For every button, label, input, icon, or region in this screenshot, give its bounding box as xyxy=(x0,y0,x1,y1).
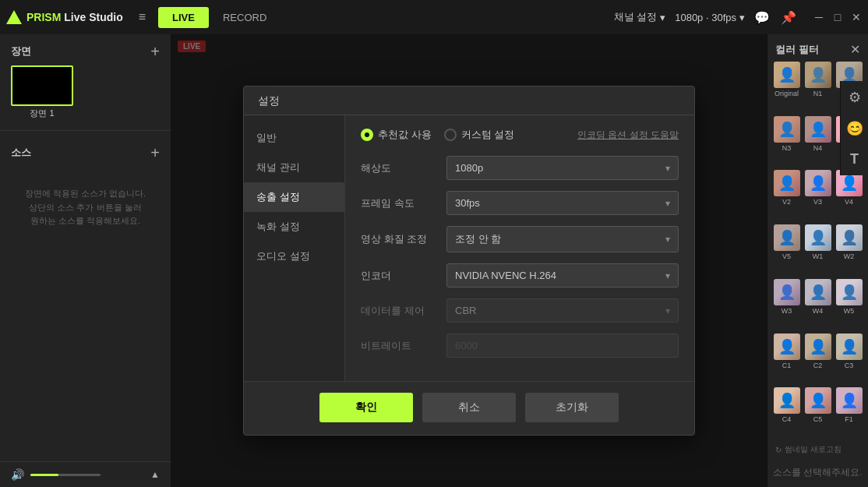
minimize-button[interactable]: ─ xyxy=(813,12,824,23)
filter-label-w5: W5 xyxy=(844,307,855,315)
tab-record[interactable]: RECORD xyxy=(209,7,281,28)
close-button[interactable]: ✕ xyxy=(851,12,862,23)
filter-item-w5[interactable]: 👤 W5 xyxy=(834,279,863,331)
reset-button[interactable]: 초기화 xyxy=(525,393,619,422)
app-logo: PRISM Live Studio xyxy=(6,10,123,24)
framerate-arrow: ▾ xyxy=(665,198,670,209)
confirm-button[interactable]: 확인 xyxy=(319,393,413,422)
volume-slider[interactable] xyxy=(30,474,101,476)
tab-live[interactable]: LIVE xyxy=(158,7,209,28)
filter-thumb-c5: 👤 xyxy=(805,387,831,414)
expand-icon[interactable]: ▲ xyxy=(150,469,160,480)
filter-item-n3[interactable]: 👤 N3 xyxy=(772,116,801,168)
filter-thumb-c4: 👤 xyxy=(774,387,800,414)
add-source-button[interactable]: + xyxy=(150,145,160,161)
resolution-select[interactable]: 1080p ▾ xyxy=(446,156,679,180)
framerate-row: 프레임 속도 30fps ▾ xyxy=(361,191,679,215)
resolution-label: 해상도 xyxy=(361,161,446,175)
filter-item-c1[interactable]: 👤 C1 xyxy=(772,333,801,386)
scene-item[interactable]: 장면 1 xyxy=(11,65,73,121)
titlebar-right: 채널 설정 ▾ 1080p · 30fps ▾ 💬 📌 ─ □ ✕ xyxy=(614,10,862,25)
refresh-icon: ↻ xyxy=(775,446,782,454)
bitrate-label: 비트레이트 xyxy=(361,339,446,353)
datarate-select: CBR ▾ xyxy=(446,298,679,323)
radio-custom[interactable]: 커스텀 설정 xyxy=(444,128,515,142)
filter-label-w3: W3 xyxy=(782,307,792,315)
menu-item-audio[interactable]: 오디오 설정 xyxy=(244,242,344,271)
source-empty-message: 장면에 적용된 소스가 없습니다.상단의 소스 추가 버튼을 눌러원하는 소스를… xyxy=(0,171,171,244)
filter-label-n1: N1 xyxy=(813,90,823,97)
framerate-select[interactable]: 30fps ▾ xyxy=(446,191,679,215)
filter-label-w4: W4 xyxy=(813,307,824,315)
filter-item-c4[interactable]: 👤 C4 xyxy=(772,387,801,439)
menu-item-output[interactable]: 송출 설정 xyxy=(244,182,344,212)
filter-thumb-v2: 👤 xyxy=(774,170,800,196)
filter-thumb-w1: 👤 xyxy=(805,224,831,251)
logo-icon xyxy=(6,10,22,24)
encoding-help-link[interactable]: 인코딩 옵션 설정 도움말 xyxy=(577,129,679,142)
settings-tool-icon[interactable]: ⚙ xyxy=(849,89,861,106)
filter-item-n1[interactable]: 👤 N1 xyxy=(803,62,832,114)
filter-thumb-n1: 👤 xyxy=(805,62,831,88)
thumbnail-refresh-label: 썸네일 새로고침 xyxy=(785,444,842,455)
datarate-label: 데이터를 제어 xyxy=(361,304,446,318)
main-layout: 장면 + 장면 1 소스 + 장면에 적용된 소스가 없습니다.상단의 소스 추… xyxy=(0,34,868,487)
filter-item-n4[interactable]: 👤 N4 xyxy=(803,116,832,168)
filter-label-c2: C2 xyxy=(813,362,823,369)
dialog-sidebar: 일반 채널 관리 송출 설정 녹화 설정 오디오 설정 xyxy=(244,115,345,381)
maximize-button[interactable]: □ xyxy=(832,12,843,23)
radio-recommended[interactable]: 추천값 사용 xyxy=(361,128,432,142)
filter-label-c3: C3 xyxy=(845,362,854,369)
menu-item-channel[interactable]: 채널 관리 xyxy=(244,153,344,182)
filter-item-v2[interactable]: 👤 V2 xyxy=(772,170,801,222)
source-header: 소스 + xyxy=(11,145,160,161)
bitrate-row: 비트레이트 xyxy=(361,333,679,358)
channel-setting-button[interactable]: 채널 설정 ▾ xyxy=(614,10,666,24)
filter-item-c2[interactable]: 👤 C2 xyxy=(803,333,832,386)
dialog-title: 설정 xyxy=(244,86,694,115)
encoder-arrow: ▾ xyxy=(665,270,670,281)
filter-item-original[interactable]: 👤 Original xyxy=(772,62,801,114)
filter-thumb-v3: 👤 xyxy=(805,170,831,196)
filter-label-v4: V4 xyxy=(845,198,853,206)
face-tool-icon[interactable]: 😊 xyxy=(846,120,863,137)
chat-icon[interactable]: 💬 xyxy=(754,10,770,25)
filter-thumb-n3: 👤 xyxy=(774,116,800,143)
filter-item-w4[interactable]: 👤 W4 xyxy=(803,279,832,331)
quality-select[interactable]: 조정 안 함 ▾ xyxy=(446,226,679,252)
filter-label-v3: V3 xyxy=(813,198,822,206)
color-filter-header: 컬러 필터 ✕ xyxy=(767,34,868,62)
dialog-content: 추천값 사용 커스텀 설정 인코딩 옵션 설정 도움말 해상도 xyxy=(345,115,694,381)
dialog-overlay: 설정 일반 채널 관리 송출 설정 녹화 설정 오디오 설정 xyxy=(171,34,767,487)
cancel-button[interactable]: 취소 xyxy=(422,393,516,422)
filter-item-w3[interactable]: 👤 W3 xyxy=(772,279,801,331)
filter-item-c3[interactable]: 👤 C3 xyxy=(834,333,863,386)
volume-icon[interactable]: 🔊 xyxy=(11,468,24,481)
filter-item-v3[interactable]: 👤 V3 xyxy=(803,170,832,222)
encoder-select[interactable]: NVIDIA NVENC H.264 ▾ xyxy=(446,263,679,288)
filter-item-c5[interactable]: 👤 C5 xyxy=(803,387,832,439)
filter-item-w2[interactable]: 👤 W2 xyxy=(834,224,863,277)
filter-item-w1[interactable]: 👤 W1 xyxy=(803,224,832,277)
add-scene-button[interactable]: + xyxy=(150,44,160,59)
color-filter-title: 컬러 필터 xyxy=(775,43,819,57)
text-tool-icon[interactable]: T xyxy=(850,151,859,168)
encoder-row: 인코더 NVIDIA NVENC H.264 ▾ xyxy=(361,263,679,288)
filter-item-v5[interactable]: 👤 V5 xyxy=(772,224,801,277)
bottom-bar: 🔊 ▲ xyxy=(0,461,171,487)
filter-thumb-w4: 👤 xyxy=(805,279,831,305)
filter-label-original: Original xyxy=(774,90,799,97)
filter-item-v4[interactable]: 👤 V4 xyxy=(834,170,863,222)
filter-item-f1[interactable]: 👤 F1 xyxy=(834,387,863,439)
thumbnail-refresh[interactable]: ↻ 썸네일 새로고침 xyxy=(767,439,868,460)
filter-thumb-w2: 👤 xyxy=(836,224,863,251)
resolution-button[interactable]: 1080p · 30fps ▾ xyxy=(675,12,745,23)
menu-item-recording[interactable]: 녹화 설정 xyxy=(244,212,344,242)
filter-label-c1: C1 xyxy=(782,362,792,369)
menu-item-general[interactable]: 일반 xyxy=(244,123,344,153)
color-filter-close-button[interactable]: ✕ xyxy=(850,42,860,57)
window-controls: ─ □ ✕ xyxy=(813,12,862,23)
filter-thumb-c3: 👤 xyxy=(836,333,863,360)
hamburger-icon[interactable]: ≡ xyxy=(139,10,146,24)
pin-icon[interactable]: 📌 xyxy=(781,10,796,25)
